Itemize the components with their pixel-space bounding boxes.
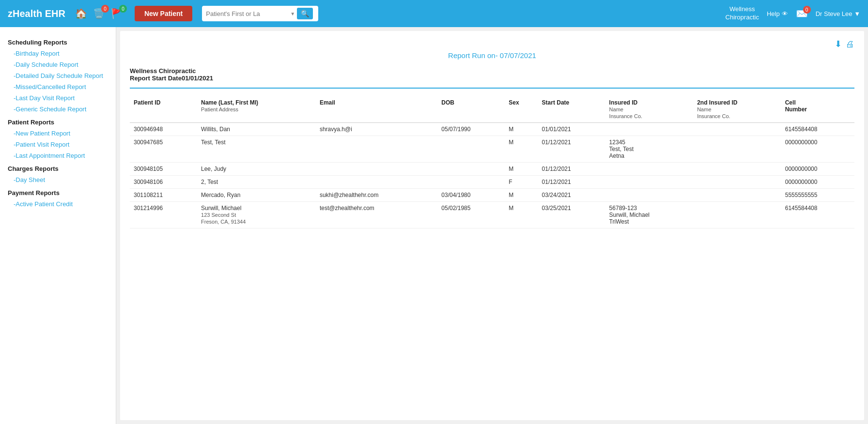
cell-patient-id: 300948105 bbox=[130, 163, 197, 176]
new-patient-button[interactable]: New Patient bbox=[135, 6, 192, 21]
cell-email: sukhi@zhealthehr.com bbox=[316, 189, 437, 202]
sidebar-item[interactable]: -Generic Schedule Report bbox=[0, 104, 116, 115]
col-cell: CellNumber bbox=[781, 96, 854, 123]
sidebar: Scheduling Reports-Birthday Report-Daily… bbox=[0, 27, 116, 424]
sidebar-item[interactable]: -Patient Visit Report bbox=[0, 139, 116, 150]
table-row: 300948106 2, Test F 01/12/2021 000000000… bbox=[130, 176, 854, 189]
report-start-date: Report Start Date01/01/2021 bbox=[130, 75, 854, 82]
search-bar: ▼ 🔍 bbox=[202, 6, 318, 21]
sidebar-item[interactable]: -Last Day Visit Report bbox=[0, 92, 116, 104]
cell-email: shravya.h@i bbox=[316, 123, 437, 136]
col-patient-id: Patient ID bbox=[130, 96, 197, 123]
cell-cell: 0000000000 bbox=[781, 136, 854, 163]
cell-2nd-insured-id bbox=[693, 189, 781, 202]
cell-patient-id: 300948106 bbox=[130, 176, 197, 189]
clinic-name[interactable]: Wellness Chiropractic bbox=[726, 5, 759, 22]
cell-insured-id: 56789-123Surwill, MichaelTriWest bbox=[605, 202, 694, 228]
cell-email: test@zhealthehr.com bbox=[316, 202, 437, 228]
cell-2nd-insured-id bbox=[693, 123, 781, 136]
cell-sex: M bbox=[505, 136, 538, 163]
sidebar-item[interactable]: -Active Patient Credit bbox=[0, 198, 116, 210]
sidebar-item[interactable]: -Day Sheet bbox=[0, 174, 116, 185]
table-row: 301108211 Mercado, Ryan sukhi@zhealthehr… bbox=[130, 189, 854, 202]
cell-sex: M bbox=[505, 123, 538, 136]
cell-dob bbox=[437, 136, 505, 163]
cell-name: Mercado, Ryan bbox=[197, 189, 316, 202]
cell-insured-id bbox=[605, 123, 694, 136]
report-run-date: Report Run on- 07/07/2021 bbox=[130, 51, 854, 60]
search-input[interactable] bbox=[206, 10, 288, 17]
print-icon[interactable]: 🖨 bbox=[846, 39, 854, 49]
cell-insured-id: 12345Test, TestAetna bbox=[605, 136, 694, 163]
sidebar-section-title: Scheduling Reports bbox=[0, 35, 116, 48]
col-dob: DOB bbox=[437, 96, 505, 123]
cell-dob: 05/02/1985 bbox=[437, 202, 505, 228]
table-row: 301214996 Surwill, Michael123 Second StF… bbox=[130, 202, 854, 228]
cell-sex: M bbox=[505, 189, 538, 202]
app-header: zHealth EHR 🏠 🗑️ 0 🚩 0 New Patient ▼ 🔍 W… bbox=[0, 0, 868, 27]
col-2nd-insured-id: 2nd Insured ID NameInsurance Co. bbox=[693, 96, 781, 123]
sidebar-item[interactable]: -Missed/Cancelled Report bbox=[0, 81, 116, 92]
cell-email bbox=[316, 163, 437, 176]
cell-patient-id: 300947685 bbox=[130, 136, 197, 163]
cell-patient-id: 301108211 bbox=[130, 189, 197, 202]
dropdown-arrow-icon[interactable]: ▼ bbox=[290, 11, 295, 16]
col-insured-id: Insured ID NameInsurance Co. bbox=[605, 96, 694, 123]
header-right: Wellness Chiropractic Help 👁 ✉️ 0 Dr Ste… bbox=[726, 5, 860, 22]
cell-sex: M bbox=[505, 163, 538, 176]
search-button[interactable]: 🔍 bbox=[297, 8, 313, 19]
cell-2nd-insured-id bbox=[693, 202, 781, 228]
cell-name: Test, Test bbox=[197, 136, 316, 163]
cell-name: Willits, Dan bbox=[197, 123, 316, 136]
table-header-row: Patient ID Name (Last, First MI) Patient… bbox=[130, 96, 854, 123]
cell-cell: 5555555555 bbox=[781, 189, 854, 202]
mail-icon[interactable]: ✉️ 0 bbox=[796, 8, 808, 19]
col-start-date: Start Date bbox=[538, 96, 605, 123]
sidebar-item[interactable]: -New Patient Report bbox=[0, 128, 116, 139]
col-sex: Sex bbox=[505, 96, 538, 123]
cart-badge: 0 bbox=[101, 5, 109, 13]
sidebar-section-title: Payment Reports bbox=[0, 185, 116, 198]
sidebar-item[interactable]: -Last Appointment Report bbox=[0, 150, 116, 161]
cell-sex: M bbox=[505, 202, 538, 228]
home-icon[interactable]: 🏠 bbox=[75, 8, 87, 19]
report-table: Patient ID Name (Last, First MI) Patient… bbox=[130, 96, 854, 228]
cell-cell: 0000000000 bbox=[781, 176, 854, 189]
sidebar-item[interactable]: -Daily Schedule Report bbox=[0, 59, 116, 70]
cell-email bbox=[316, 176, 437, 189]
table-row: 300947685 Test, Test M 01/12/2021 12345T… bbox=[130, 136, 854, 163]
cell-patient-id: 300946948 bbox=[130, 123, 197, 136]
report-divider bbox=[130, 88, 854, 89]
download-icon[interactable]: ⬇ bbox=[835, 39, 842, 49]
cell-start-date: 01/01/2021 bbox=[538, 123, 605, 136]
sidebar-section-title: Charges Reports bbox=[0, 161, 116, 174]
app-logo: zHealth EHR bbox=[8, 8, 65, 19]
cell-email bbox=[316, 136, 437, 163]
cell-cell: 6145584408 bbox=[781, 123, 854, 136]
cell-2nd-insured-id bbox=[693, 176, 781, 189]
sidebar-item[interactable]: -Detailed Daily Schedule Report bbox=[0, 70, 116, 81]
cart-icon[interactable]: 🗑️ 0 bbox=[93, 8, 105, 19]
cell-name: Lee, Judy bbox=[197, 163, 316, 176]
col-name: Name (Last, First MI) Patient Address bbox=[197, 96, 316, 123]
cell-insured-id bbox=[605, 163, 694, 176]
col-email: Email bbox=[316, 96, 437, 123]
cell-insured-id bbox=[605, 189, 694, 202]
sidebar-item[interactable]: -Birthday Report bbox=[0, 48, 116, 59]
table-row: 300948105 Lee, Judy M 01/12/2021 0000000… bbox=[130, 163, 854, 176]
cell-dob bbox=[437, 176, 505, 189]
cell-name: 2, Test bbox=[197, 176, 316, 189]
cell-cell: 6145584408 bbox=[781, 202, 854, 228]
flag-badge: 0 bbox=[119, 5, 127, 13]
table-row: 300946948 Willits, Dan shravya.h@i 05/07… bbox=[130, 123, 854, 136]
cell-dob: 03/04/1980 bbox=[437, 189, 505, 202]
cell-start-date: 03/24/2021 bbox=[538, 189, 605, 202]
cell-sex: F bbox=[505, 176, 538, 189]
eye-icon: 👁 bbox=[782, 10, 788, 17]
cell-start-date: 01/12/2021 bbox=[538, 176, 605, 189]
user-menu[interactable]: Dr Steve Lee ▼ bbox=[816, 10, 860, 17]
cell-start-date: 01/12/2021 bbox=[538, 163, 605, 176]
cell-start-date: 01/12/2021 bbox=[538, 136, 605, 163]
flag-icon[interactable]: 🚩 0 bbox=[111, 8, 123, 19]
help-link[interactable]: Help 👁 bbox=[767, 10, 788, 17]
